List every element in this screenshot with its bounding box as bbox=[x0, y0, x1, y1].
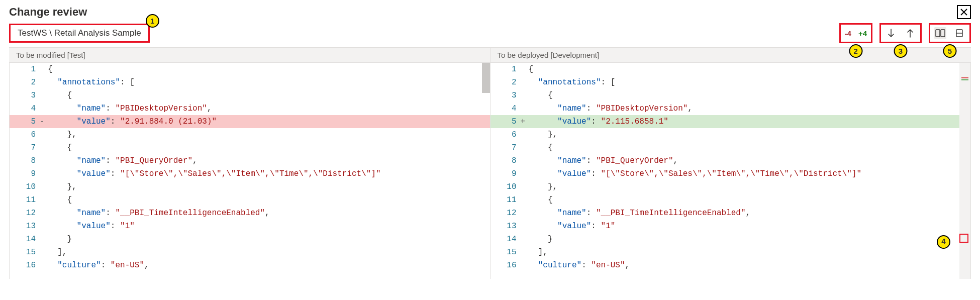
code-content: "value": "1" bbox=[528, 220, 971, 233]
diff-marker bbox=[521, 89, 528, 102]
code-content: "name": "PBI_QueryOrder", bbox=[528, 154, 971, 167]
svg-rect-0 bbox=[936, 30, 940, 37]
code-content: } bbox=[528, 233, 971, 246]
code-content: }, bbox=[528, 180, 971, 193]
code-line: 9 "value": "[\"Store\",\"Sales\",\"Item\… bbox=[10, 167, 490, 180]
code-line: 13 "value": "1" bbox=[491, 220, 971, 233]
line-number: 5 bbox=[491, 115, 521, 128]
added-count: +4 bbox=[858, 29, 867, 38]
code-content: }, bbox=[47, 128, 490, 141]
diff-marker bbox=[40, 220, 47, 233]
close-button[interactable] bbox=[957, 5, 971, 19]
code-content: "culture": "en-US", bbox=[47, 259, 490, 272]
diff-marker bbox=[521, 233, 528, 246]
code-line: 14 } bbox=[491, 233, 971, 246]
line-number: 14 bbox=[491, 233, 521, 246]
side-by-side-icon bbox=[935, 29, 945, 37]
line-number: 6 bbox=[10, 128, 40, 141]
diff-marker bbox=[40, 63, 47, 76]
code-content: "name": "__PBI_TimeIntelligenceEnabled", bbox=[528, 207, 971, 220]
code-content: { bbox=[528, 89, 971, 102]
removed-count: -4 bbox=[845, 29, 851, 38]
overview-added-mark bbox=[961, 79, 968, 80]
line-number: 11 bbox=[491, 193, 521, 207]
inline-view-button[interactable] bbox=[953, 27, 965, 39]
code-content: { bbox=[528, 141, 971, 154]
code-content: { bbox=[47, 193, 490, 207]
overview-removed-mark bbox=[961, 77, 968, 78]
code-content: { bbox=[528, 193, 971, 207]
line-number: 5 bbox=[10, 115, 40, 128]
code-line: 6 }, bbox=[10, 128, 490, 141]
diff-marker bbox=[40, 89, 47, 102]
code-content: "annotations": [ bbox=[528, 76, 971, 89]
code-line: 8 "name": "PBI_QueryOrder", bbox=[491, 154, 971, 167]
code-line: 1{ bbox=[491, 63, 971, 76]
left-scrollbar[interactable] bbox=[482, 63, 490, 93]
code-content: "name": "PBIDesktopVersion", bbox=[47, 102, 490, 115]
line-number: 7 bbox=[10, 141, 40, 154]
diff-marker bbox=[40, 154, 47, 167]
code-line: 10 }, bbox=[10, 180, 490, 193]
line-number: 8 bbox=[491, 154, 521, 167]
code-line: 16 "culture": "en-US", bbox=[491, 259, 971, 272]
line-number: 9 bbox=[10, 167, 40, 180]
code-line: 1{ bbox=[10, 63, 490, 76]
line-number: 13 bbox=[491, 220, 521, 233]
next-change-button[interactable] bbox=[885, 27, 897, 39]
line-number: 2 bbox=[491, 76, 521, 89]
code-line: 6 }, bbox=[491, 128, 971, 141]
diff-marker bbox=[521, 207, 528, 220]
diff-marker bbox=[40, 180, 47, 193]
diff-marker bbox=[521, 141, 528, 154]
code-content: }, bbox=[47, 180, 490, 193]
callout-1: 1 bbox=[146, 14, 159, 28]
side-by-side-view-button[interactable] bbox=[934, 27, 946, 39]
code-line: 12 "name": "__PBI_TimeIntelligenceEnable… bbox=[10, 207, 490, 220]
code-content: "name": "PBI_QueryOrder", bbox=[47, 154, 490, 167]
code-content: "value": "[\"Store\",\"Sales\",\"Item\",… bbox=[528, 167, 971, 180]
code-content: ], bbox=[528, 246, 971, 259]
code-content: { bbox=[47, 89, 490, 102]
line-number: 15 bbox=[10, 246, 40, 259]
svg-rect-1 bbox=[941, 30, 945, 37]
left-code-pane[interactable]: 1{2 "annotations": [3 {4 "name": "PBIDes… bbox=[10, 63, 490, 279]
code-line: 2 "annotations": [ bbox=[10, 76, 490, 89]
close-icon bbox=[960, 8, 968, 16]
overview-ruler[interactable] bbox=[959, 63, 970, 279]
diff-marker bbox=[521, 154, 528, 167]
diff-marker bbox=[521, 63, 528, 76]
code-line: 5+ "value": "2.115.6858.1" bbox=[491, 115, 971, 128]
line-number: 8 bbox=[10, 154, 40, 167]
arrow-down-icon bbox=[887, 29, 895, 38]
prev-change-button[interactable] bbox=[904, 27, 916, 39]
code-line: 14 } bbox=[10, 233, 490, 246]
code-content: { bbox=[47, 141, 490, 154]
code-line: 4 "name": "PBIDesktopVersion", bbox=[10, 102, 490, 115]
diff-count-group: -4 +4 2 bbox=[839, 23, 872, 43]
code-content: "value": "[\"Store\",\"Sales\",\"Item\",… bbox=[47, 167, 490, 180]
code-line: 4 "name": "PBIDesktopVersion", bbox=[491, 102, 971, 115]
pane-headers: To be modified [Test] To be deployed [De… bbox=[9, 47, 971, 63]
diff-marker bbox=[521, 128, 528, 141]
diff-marker bbox=[521, 180, 528, 193]
diff-marker bbox=[40, 193, 47, 207]
code-content: "name": "__PBI_TimeIntelligenceEnabled", bbox=[47, 207, 490, 220]
code-line: 15 ], bbox=[491, 246, 971, 259]
line-number: 3 bbox=[10, 89, 40, 102]
right-code-pane[interactable]: 4 1{2 "annotations": [3 {4 "name": "PBID… bbox=[490, 63, 971, 279]
code-content: "value": "2.91.884.0 (21.03)" bbox=[47, 115, 490, 128]
line-number: 10 bbox=[491, 180, 521, 193]
line-number: 7 bbox=[491, 141, 521, 154]
line-number: 12 bbox=[10, 207, 40, 220]
arrow-up-icon bbox=[906, 29, 914, 38]
diff-marker bbox=[40, 128, 47, 141]
diff-marker bbox=[521, 193, 528, 207]
callout-3: 3 bbox=[894, 44, 908, 58]
code-line: 7 { bbox=[491, 141, 971, 154]
line-number: 16 bbox=[10, 259, 40, 272]
code-content: }, bbox=[528, 128, 971, 141]
code-content: "name": "PBIDesktopVersion", bbox=[528, 102, 971, 115]
diff-marker bbox=[40, 141, 47, 154]
diff-marker bbox=[40, 167, 47, 180]
